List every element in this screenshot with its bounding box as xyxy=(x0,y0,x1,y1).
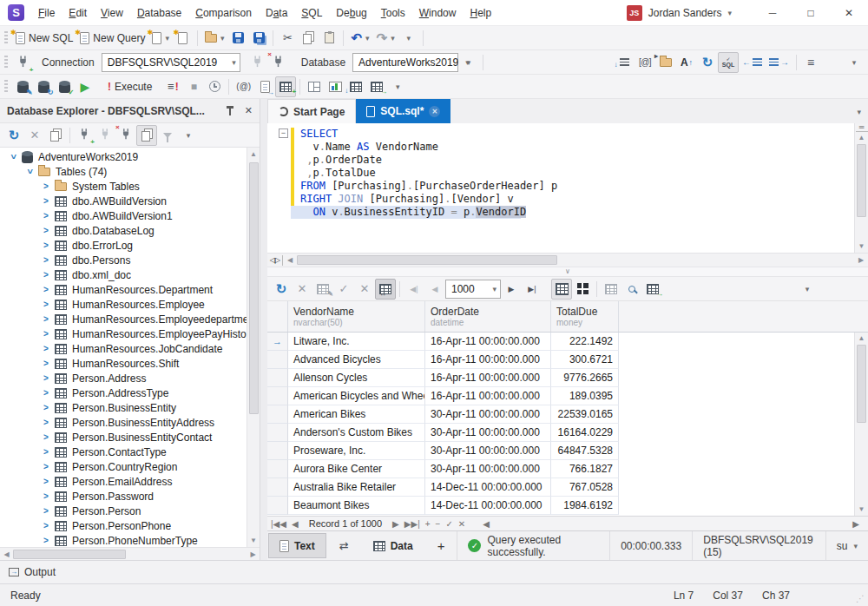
new-connection-button[interactable]: + xyxy=(12,52,33,73)
cell[interactable]: 222.1492 xyxy=(551,333,619,351)
expand-chevron-icon[interactable]: > xyxy=(40,373,52,383)
column-header-vendorname[interactable]: VendorNamenvarchar(50) xyxy=(288,301,425,332)
sql-editor[interactable]: − SELECT v.Name AS VendorName ,p.OrderDa… xyxy=(267,123,868,254)
cell[interactable]: 14-Dec-11 00:00:00.000 xyxy=(425,478,551,497)
table-row[interactable]: →Litware, Inc.16-Apr-11 00:00:00.000222.… xyxy=(267,333,868,351)
minimize-button[interactable]: ─ xyxy=(753,0,792,26)
comment-lines-button[interactable]: ≡ xyxy=(800,52,821,73)
tree-item[interactable]: >Person.AddressType xyxy=(0,385,247,400)
expand-chevron-icon[interactable]: > xyxy=(40,447,52,457)
cell[interactable]: Anderson's Custom Bikes xyxy=(288,424,425,442)
user-name[interactable]: Jordan Sanders xyxy=(648,7,722,19)
session-user[interactable]: su ▾ xyxy=(825,531,868,560)
code-fold-icon[interactable]: − xyxy=(279,128,288,138)
increase-indent-button[interactable]: → xyxy=(766,52,792,73)
record-prev-button[interactable]: ◀ xyxy=(292,519,299,529)
explorer-disconnect-button[interactable]: × xyxy=(115,125,136,146)
new-sql-button[interactable]: New SQL xyxy=(12,28,76,49)
tree-item[interactable]: >Person.Password xyxy=(0,489,247,504)
expand-chevron-icon[interactable]: > xyxy=(40,418,52,427)
expand-chevron-icon[interactable]: > xyxy=(40,211,52,221)
redo-caret[interactable]: ▾ xyxy=(391,34,395,43)
expand-chevron-icon[interactable]: > xyxy=(40,181,52,191)
cell[interactable]: Advanced Bicycles xyxy=(288,351,425,369)
cell[interactable]: Allenson Cycles xyxy=(288,369,425,387)
record-commit-button[interactable]: ✓ xyxy=(445,519,452,529)
cell[interactable]: 30-Apr-11 00:00:00.000 xyxy=(425,424,551,442)
tree-item[interactable]: >Person.BusinessEntity xyxy=(0,400,247,415)
stop-button[interactable]: ■ xyxy=(183,76,204,97)
layout-button[interactable] xyxy=(304,76,325,97)
menu-debug[interactable]: Debug xyxy=(329,0,373,26)
connect-button[interactable] xyxy=(247,52,268,73)
editor-vertical-scrollbar[interactable]: ═ ▲ ▼ xyxy=(854,123,868,253)
tree-item[interactable]: >HumanResources.Department xyxy=(0,282,247,297)
tree-hscroll-thumb[interactable] xyxy=(13,550,126,559)
grid-vertical-scrollbar[interactable]: ▲ ▼ xyxy=(854,333,868,516)
explorer-filter-button[interactable] xyxy=(157,125,178,146)
expand-chevron-icon[interactable]: > xyxy=(40,344,52,353)
tree-item[interactable]: >System Tables xyxy=(0,179,247,194)
grid-discard-button[interactable]: ✕ xyxy=(354,279,375,300)
expand-chevron-icon[interactable]: > xyxy=(40,270,52,280)
scroll-right-icon[interactable]: ▶ xyxy=(247,550,260,558)
editor-horizontal-scrollbar[interactable]: ◁|▷ ◀ ▶ xyxy=(267,254,868,267)
grid-scroll-right-icon[interactable]: ▶ xyxy=(852,519,859,529)
redo-button[interactable]: ↷ ▾ xyxy=(373,28,398,49)
tree-item[interactable]: >Person.BusinessEntityAddress xyxy=(0,415,247,430)
tree-item[interactable]: >dbo.xml_doc xyxy=(0,267,247,282)
tree-vertical-scrollbar[interactable]: ▲ ▼ xyxy=(247,148,260,547)
user-menu-caret[interactable]: ▾ xyxy=(727,9,732,17)
cell[interactable]: 22539.0165 xyxy=(551,405,619,424)
scroll-up-icon[interactable]: ▲ xyxy=(858,132,865,144)
grid-export-button[interactable]: → xyxy=(642,279,663,300)
cell[interactable]: 64847.5328 xyxy=(551,442,619,460)
add-view-button[interactable]: + xyxy=(426,533,457,558)
cell[interactable]: Beaumont Bikes xyxy=(288,497,425,515)
toolbar-grip[interactable] xyxy=(4,80,8,94)
explorer-new-connection-button[interactable]: + xyxy=(74,125,95,146)
toolbar-overflow-button[interactable]: ▾ xyxy=(387,76,408,97)
expand-chevron-icon[interactable]: > xyxy=(40,403,52,412)
new-document-caret[interactable]: ▾ xyxy=(165,34,169,43)
user-avatar[interactable]: JS xyxy=(627,5,642,21)
cell[interactable]: 30-Apr-11 00:00:00.000 xyxy=(425,460,551,478)
tab-data-view[interactable]: Data xyxy=(362,533,424,558)
cell[interactable]: Aurora Bike Center xyxy=(288,460,425,478)
expand-chevron-icon[interactable]: > xyxy=(40,226,52,235)
grid-search-button[interactable] xyxy=(621,279,642,300)
query-history-button[interactable] xyxy=(204,76,225,97)
text-case-button[interactable]: A ↑ xyxy=(676,52,697,73)
cell[interactable]: 1984.6192 xyxy=(551,497,619,515)
tree-item[interactable]: >dbo.DatabaseLog xyxy=(0,223,247,238)
tree-item[interactable]: >AdventureWorks2019 xyxy=(0,149,247,164)
expand-chevron-icon[interactable]: > xyxy=(40,388,52,398)
cell[interactable]: 16-Apr-11 00:00:00.000 xyxy=(425,351,551,369)
cell[interactable]: 766.1827 xyxy=(551,460,619,478)
cell[interactable]: 16-Apr-11 00:00:00.000 xyxy=(425,387,551,405)
tree-item[interactable]: >Person.ContactType xyxy=(0,445,247,459)
execute-script-button[interactable]: ≡ ! xyxy=(162,76,183,97)
tree-item[interactable]: >Person.PersonPhone xyxy=(0,518,247,533)
import-data-button[interactable]: ↓ xyxy=(345,76,366,97)
menu-edit[interactable]: Edit xyxy=(62,0,94,26)
cell[interactable]: Australia Bike Retailer xyxy=(288,478,425,497)
tree-horizontal-scrollbar[interactable]: ◀ ▶ xyxy=(0,547,260,560)
connection-select[interactable]: DBFSQLSRV\SQL2019 ▾ xyxy=(102,53,240,72)
editor-hsplit-handle[interactable]: ◁|▷ xyxy=(267,255,283,266)
scroll-left-icon[interactable]: ◀ xyxy=(283,256,297,264)
database-extra-button[interactable]: ▾ xyxy=(458,52,479,73)
cell[interactable]: American Bikes xyxy=(288,405,425,424)
table-row[interactable]: Allenson Cycles16-Apr-11 00:00:00.000977… xyxy=(267,369,868,387)
swap-view-button[interactable]: ⇄ xyxy=(328,533,360,558)
tree-item[interactable]: >dbo.AWBuildVersion xyxy=(0,194,247,208)
undo-button[interactable]: ↶ ▾ xyxy=(347,28,372,49)
save-all-button[interactable] xyxy=(248,28,269,49)
prev-page-button[interactable]: ◀ xyxy=(424,279,445,300)
decrease-indent-button[interactable]: ← xyxy=(739,52,766,73)
menu-view[interactable]: View xyxy=(94,0,130,26)
cell[interactable]: 16164.0229 xyxy=(551,424,619,442)
execute-button[interactable]: ! Execute xyxy=(104,76,155,97)
pivot-view-button[interactable] xyxy=(601,279,621,300)
expand-chevron-icon[interactable]: > xyxy=(40,506,52,516)
